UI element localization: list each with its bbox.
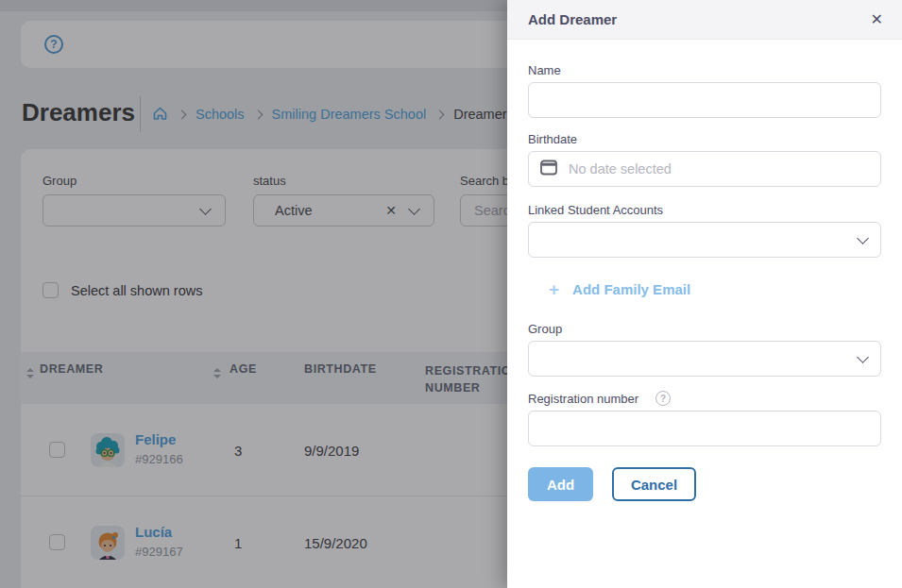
help-icon[interactable]: ?	[655, 391, 671, 406]
add-family-email-label: Add Family Email	[572, 281, 690, 297]
cancel-button[interactable]: Cancel	[612, 467, 696, 501]
chevron-down-icon	[857, 232, 869, 244]
group-select[interactable]	[528, 341, 881, 377]
add-button[interactable]: Add	[528, 467, 593, 501]
modal-title: Add Dreamer	[528, 11, 617, 27]
birthdate-label: Birthdate	[528, 132, 881, 146]
modal-actions: Add Cancel	[528, 467, 881, 501]
linked-accounts-select[interactable]	[528, 222, 881, 258]
linked-accounts-label: Linked Student Accounts	[528, 203, 881, 217]
add-family-email-link[interactable]: + Add Family Email	[528, 280, 881, 298]
birthdate-field[interactable]: No date selected	[528, 151, 881, 187]
add-dreamer-modal: Add Dreamer ✕ Name Birthdate No date sel…	[507, 0, 902, 588]
modal-header: Add Dreamer ✕	[507, 0, 902, 40]
registration-field[interactable]	[528, 411, 881, 446]
group-label: Group	[528, 322, 881, 336]
registration-label-row: Registration number ?	[528, 391, 881, 406]
chevron-down-icon	[857, 351, 869, 363]
modal-body: Name Birthdate No date selected Linked S…	[507, 63, 902, 501]
app-root: ? Dreamers Schools Smiling Dreamers Scho…	[0, 0, 902, 588]
name-label: Name	[528, 63, 881, 77]
name-field[interactable]	[528, 82, 881, 118]
close-icon[interactable]: ✕	[871, 12, 883, 27]
registration-label: Registration number	[528, 392, 638, 406]
plus-icon: +	[549, 280, 559, 298]
birthdate-placeholder: No date selected	[569, 161, 672, 176]
calendar-icon	[538, 157, 559, 181]
